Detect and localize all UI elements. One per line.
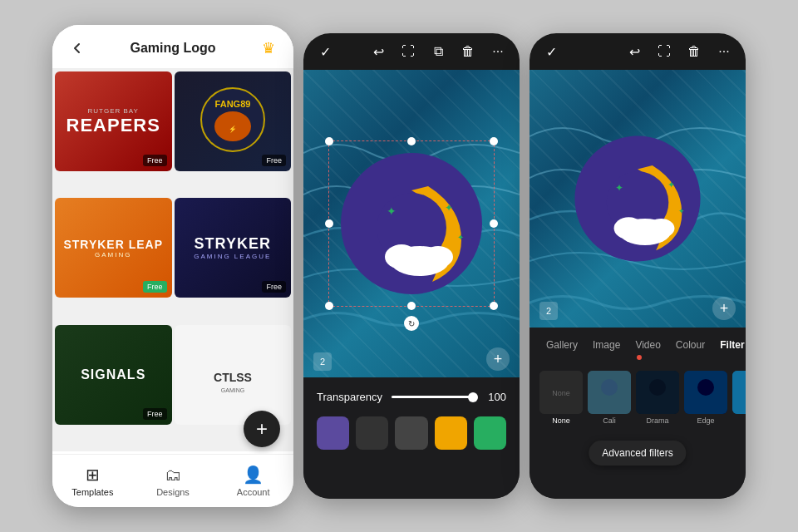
right-moon-logo: ✦ ✦ ✦ bbox=[571, 132, 704, 265]
right-canvas-area: ✦ ✦ ✦ bbox=[530, 70, 746, 328]
canvas-page-num: 2 bbox=[313, 352, 332, 371]
filter-drama-img bbox=[636, 371, 679, 414]
nav-item-account[interactable]: 👤 Account bbox=[213, 465, 293, 497]
templates-icon: ⊞ bbox=[86, 465, 100, 485]
transparency-label: Transparency bbox=[317, 391, 383, 403]
svg-text:CTLSS: CTLSS bbox=[214, 371, 252, 384]
free-badge-green: Free bbox=[143, 281, 167, 293]
svg-text:GAMING: GAMING bbox=[221, 387, 244, 393]
nav-item-templates[interactable]: ⊞ Templates bbox=[52, 465, 133, 497]
handle-top-mid[interactable] bbox=[407, 137, 416, 145]
free-badge: Free bbox=[262, 281, 286, 293]
canvas-add-button[interactable]: + bbox=[486, 347, 510, 371]
swatch-dark[interactable] bbox=[356, 416, 388, 450]
trash-icon[interactable]: 🗑 bbox=[456, 40, 480, 63]
bottom-nav: ⊞ Templates 🗂 Designs 👤 Account bbox=[52, 454, 293, 507]
undo-icon[interactable]: ↩ bbox=[367, 40, 390, 63]
add-button[interactable]: + bbox=[244, 411, 280, 447]
nav-item-designs[interactable]: 🗂 Designs bbox=[133, 466, 214, 497]
swatch-darkgray[interactable] bbox=[395, 416, 427, 450]
filter-ep-img bbox=[732, 371, 746, 414]
free-badge: Free bbox=[143, 155, 167, 166]
copy-icon[interactable]: ⧉ bbox=[426, 40, 450, 63]
bottom-panel: Transparency 100 bbox=[303, 377, 520, 499]
ctlss-logo-svg: CTLSS GAMING bbox=[204, 344, 262, 402]
canvas-area: ✦ ✦ ✦ ↻ bbox=[303, 70, 520, 377]
filter-ep[interactable]: Ep... bbox=[732, 371, 746, 425]
svg-text:✦: ✦ bbox=[678, 207, 685, 215]
slider-fill bbox=[392, 396, 473, 398]
right-header: ✓ ↩ ⛶ 🗑 ··· bbox=[530, 33, 746, 70]
handle-mid-left[interactable] bbox=[325, 219, 333, 228]
tab-filter[interactable]: Filter bbox=[713, 336, 746, 366]
list-item[interactable]: STRYKER LEAP GAMING Free bbox=[55, 198, 172, 298]
svg-point-25 bbox=[601, 379, 618, 396]
page-title: Gaming Logo bbox=[89, 41, 257, 56]
tab-image[interactable]: Image bbox=[586, 336, 627, 366]
free-badge: Free bbox=[262, 155, 286, 166]
right-crop-icon[interactable]: ⛶ bbox=[653, 40, 676, 63]
handle-top-right[interactable] bbox=[490, 137, 498, 145]
handle-bottom-mid[interactable] bbox=[407, 302, 416, 310]
rotate-handle[interactable]: ↻ bbox=[404, 316, 419, 331]
transparency-row: Transparency 100 bbox=[317, 391, 506, 403]
right-trash-icon[interactable]: 🗑 bbox=[682, 40, 706, 63]
transparency-value: 100 bbox=[481, 391, 506, 403]
advanced-filters-button[interactable]: Advanced filters bbox=[589, 441, 686, 466]
svg-text:FANG89: FANG89 bbox=[214, 99, 250, 109]
handle-mid-right[interactable] bbox=[490, 219, 498, 228]
crop-icon[interactable]: ⛶ bbox=[397, 40, 420, 63]
svg-point-29 bbox=[697, 379, 714, 396]
ocean-background: ✦ ✦ ✦ ↻ bbox=[303, 70, 520, 377]
tab-video[interactable]: Video bbox=[628, 336, 667, 366]
filter-thumbnails: None None Cali bbox=[530, 371, 746, 425]
handle-bottom-right[interactable] bbox=[490, 302, 498, 310]
filter-drama-label: Drama bbox=[646, 416, 668, 425]
svg-text:⚡: ⚡ bbox=[229, 125, 237, 133]
swatch-purple[interactable] bbox=[317, 416, 349, 450]
handle-bottom-left[interactable] bbox=[325, 302, 333, 310]
back-button[interactable] bbox=[66, 37, 89, 60]
svg-text:✦: ✦ bbox=[667, 180, 675, 190]
video-dot bbox=[637, 355, 642, 360]
list-item[interactable]: SIGNALS Free bbox=[55, 325, 172, 425]
filter-edge[interactable]: Edge bbox=[684, 371, 727, 425]
right-more-icon[interactable]: ··· bbox=[712, 40, 736, 63]
tab-gallery[interactable]: Gallery bbox=[539, 336, 584, 366]
handle-top-left[interactable] bbox=[325, 137, 333, 145]
svg-point-27 bbox=[649, 379, 666, 396]
filter-none[interactable]: None None bbox=[539, 371, 583, 425]
more-icon[interactable]: ··· bbox=[486, 40, 510, 63]
filter-edge-img bbox=[684, 371, 727, 414]
right-canvas-add-button[interactable]: + bbox=[712, 297, 736, 320]
swatch-green[interactable] bbox=[474, 416, 506, 450]
tab-colour[interactable]: Colour bbox=[669, 336, 712, 366]
filter-cali-label: Cali bbox=[603, 416, 616, 425]
list-item[interactable]: FANG89 ⚡ Free bbox=[175, 71, 292, 171]
selection-box: ↻ bbox=[328, 140, 495, 307]
tiger-logo-svg: FANG89 ⚡ bbox=[200, 86, 266, 153]
right-ocean-background: ✦ ✦ ✦ bbox=[530, 70, 746, 328]
right-undo-icon[interactable]: ↩ bbox=[623, 40, 646, 63]
mid-phone: ✓ ↩ ⛶ ⧉ 🗑 ··· bbox=[303, 33, 520, 499]
color-swatches bbox=[317, 416, 506, 450]
filter-cali[interactable]: Cali bbox=[588, 371, 631, 425]
nav-label-account: Account bbox=[237, 487, 270, 497]
swatch-orange[interactable] bbox=[435, 416, 467, 450]
list-item[interactable]: RUTGER BAY REAPERS Free bbox=[55, 71, 172, 171]
list-item[interactable]: CTLSS GAMING bbox=[175, 325, 292, 425]
mid-header: ✓ ↩ ⛶ ⧉ 🗑 ··· bbox=[303, 33, 520, 70]
nav-label-templates: Templates bbox=[71, 487, 113, 497]
svg-text:None: None bbox=[552, 389, 570, 397]
transparency-slider[interactable] bbox=[392, 396, 473, 398]
right-check-icon[interactable]: ✓ bbox=[539, 40, 563, 63]
right-canvas-page-num: 2 bbox=[539, 302, 558, 320]
filter-drama[interactable]: Drama bbox=[636, 371, 679, 425]
right-phone: ✓ ↩ ⛶ 🗑 ··· bbox=[530, 33, 746, 499]
filter-none-label: None bbox=[552, 416, 570, 425]
left-phone: Gaming Logo ♛ RUTGER BAY REAPERS Free FA… bbox=[52, 25, 293, 507]
slider-thumb[interactable] bbox=[468, 392, 478, 402]
check-icon[interactable]: ✓ bbox=[313, 40, 337, 63]
list-item[interactable]: STRYKER GAMING LEAGUE Free bbox=[175, 198, 292, 298]
account-icon: 👤 bbox=[243, 465, 264, 485]
